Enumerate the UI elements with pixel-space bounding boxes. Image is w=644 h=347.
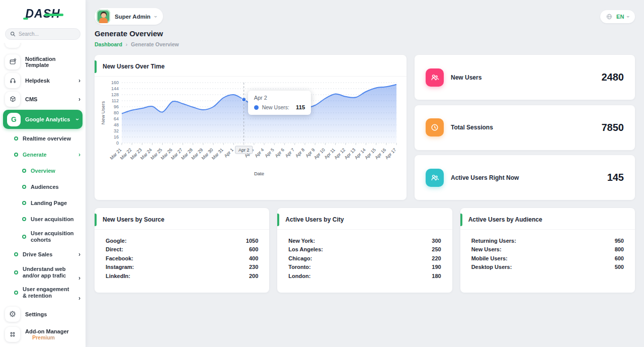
sidebar: DASH › Notification Template Helpdesk › [0,0,86,347]
users-icon [426,169,444,187]
bullet-icon [22,217,26,221]
bullet-icon [14,252,18,256]
table-row: Mobile Users:600 [471,254,624,263]
table-row: LinkedIn:200 [106,271,258,281]
sidebar-item-overview[interactable]: Overview [0,163,86,179]
breadcrumb-dashboard-link[interactable]: Dashboard [95,41,122,47]
table-row: New Users:800 [471,245,624,254]
sidebar-item-clipped[interactable]: › [0,43,86,50]
sidebar-item-settings[interactable]: ⚙ Settings [0,305,86,323]
sidebar-item-label: CMS [25,96,37,102]
chevron-right-icon: › [78,295,80,302]
new-users-chart: 0163248648096112128144160Mar 21Mar 22Mar… [99,79,400,180]
sidebar-item-label: Notification Template [25,56,80,68]
sidebar-item-addon-manager[interactable]: Add-on Manager Premium [0,323,86,345]
sidebar-item-generate[interactable]: Generate › [0,147,86,163]
sidebar-item-user-acquisition[interactable]: User acquisition [0,211,86,227]
chevron-right-icon: › [78,251,80,258]
sidebar-item-drive-sales[interactable]: Drive Sales › [0,246,86,262]
chevron-down-icon: › [627,14,629,20]
chevron-right-icon: › [78,43,80,44]
chevron-down-icon: › [76,116,78,123]
sidebar-item-landing-page[interactable]: Landing Page [0,195,86,211]
svg-text:Apr 12: Apr 12 [333,147,346,160]
card-accent-bar [95,60,97,73]
table-row: London:180 [288,271,441,281]
svg-text:96: 96 [114,104,119,109]
svg-text:Apr 6: Apr 6 [274,147,285,158]
sidebar-item-realtime-overview[interactable]: Realtime overview [0,130,86,147]
svg-text:Apr 13: Apr 13 [344,147,357,160]
users-icon [426,68,444,87]
bullet-icon [22,185,26,189]
bullet-icon [22,235,26,239]
table-row: Direct:600 [106,245,258,254]
chevron-right-icon: › [78,151,80,158]
topbar: Super Admin › EN › [95,0,635,25]
svg-text:Apr 7: Apr 7 [284,147,295,158]
sidebar-item-cms[interactable]: CMS › [0,90,86,108]
user-menu[interactable]: Super Admin › [95,8,163,25]
svg-text:32: 32 [114,128,119,133]
globe-icon [606,13,613,20]
sidebar-item-understand-web-traffic[interactable]: Understand web and/or app trafic › [0,262,86,283]
breadcrumb: Dashboard › Generate Overview [95,41,635,47]
sidebar-item-user-engagement-retention[interactable]: User engagement & retention › [0,283,86,303]
card-accent-bar [95,214,97,226]
stat-value: 7850 [602,122,624,133]
svg-text:0: 0 [116,141,119,146]
language-selector[interactable]: EN › [600,10,635,23]
svg-text:144: 144 [111,86,119,91]
svg-text:Apr 5: Apr 5 [264,147,275,158]
chevron-right-icon: › [78,77,80,84]
chevron-right-icon: › [78,274,80,282]
bullet-icon [14,270,18,274]
google-analytics-icon: G [7,113,21,126]
sidebar-item-audiences[interactable]: Audiences [0,179,86,195]
sidebar-item-label: Helpdesk [25,78,50,84]
table-row: Chicago:220 [288,254,441,263]
settings-icon: ⚙ [5,307,20,322]
svg-text:Date: Date [254,171,264,176]
svg-text:New Users: New Users [100,101,106,125]
stat-value: 2480 [602,72,624,83]
new-users-by-source-card: New Users by Source Google:1050 Direct:6… [95,208,269,293]
svg-text:Apr 2: Apr 2 [238,148,250,153]
sidebar-item-notification-template[interactable]: Notification Template [0,52,86,71]
svg-text:160: 160 [111,80,119,85]
addon-manager-icon [5,327,20,342]
table-row: Los Angeles:250 [288,245,441,254]
chevron-right-icon: › [78,96,80,103]
premium-badge: Premium [32,334,69,340]
svg-text:Apr 17: Apr 17 [384,147,397,160]
svg-text:128: 128 [111,92,119,97]
page-title: Generate Overview [95,29,635,38]
sidebar-item-user-acquisition-cohorts[interactable]: User acquisition cohorts [0,227,86,246]
table-row: New York:300 [288,236,441,245]
sidebar-item-label: Google Analytics [25,116,70,122]
card-accent-bar [460,214,462,226]
svg-text:Apr 8: Apr 8 [294,147,305,158]
stat-card-new-users: New Users 2480 [415,55,635,100]
active-users-by-audience-card: Active Users by Audience Returning Users… [460,208,635,293]
helpdesk-icon [5,73,20,88]
search-icon [10,31,16,37]
sidebar-search[interactable] [5,28,80,40]
notification-template-icon [5,54,20,70]
table-row: Returning Users:950 [471,236,624,245]
svg-text:80: 80 [114,110,119,115]
svg-text:Apr 4: Apr 4 [254,147,265,158]
sidebar-item-helpdesk[interactable]: Helpdesk › [0,71,86,90]
app-logo: DASH [0,0,86,23]
svg-text:Mar 31: Mar 31 [211,147,224,161]
svg-text:16: 16 [114,134,119,140]
clock-icon [426,118,444,136]
clipped-icon [5,43,20,48]
search-input[interactable] [19,31,74,37]
sidebar-item-google-analytics[interactable]: G Google Analytics › [3,110,83,129]
stat-card-total-sessions: Total Sessions 7850 [415,105,635,150]
stat-card-active-users: Active Users Right Now 145 [415,155,635,200]
logo-accent-bar-small [23,18,28,20]
svg-text:Apr 10: Apr 10 [313,147,326,160]
svg-text:112: 112 [112,98,119,103]
